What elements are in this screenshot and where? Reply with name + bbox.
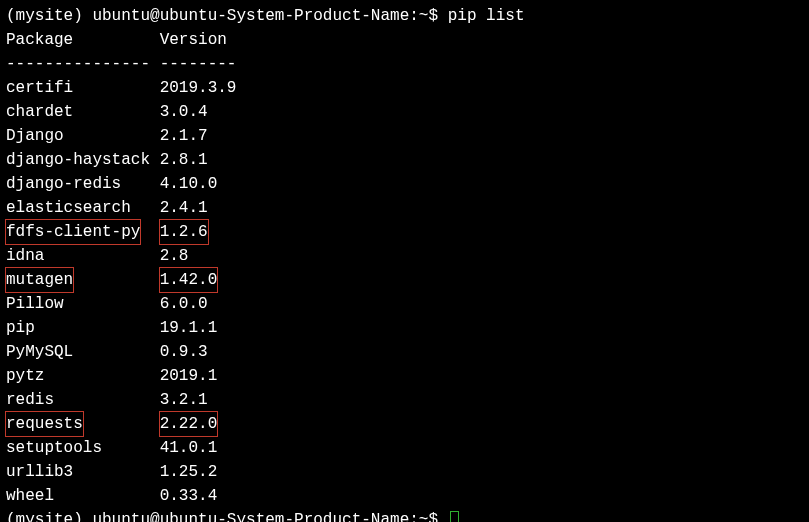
package-version: 19.1.1 [160,319,218,337]
package-row: setuptools 41.0.1 [6,436,803,460]
package-name: urllib3 [6,463,150,481]
prompt-command-line: (mysite) ubuntu@ubuntu-System-Product-Na… [6,4,803,28]
package-version: 41.0.1 [160,439,218,457]
package-row: idna 2.8 [6,244,803,268]
package-version: 2.1.7 [160,127,208,145]
package-version: 2.22.0 [159,411,219,437]
package-name: fdfs-client-py [5,219,141,245]
package-version: 1.2.6 [159,219,209,245]
package-name: pytz [6,367,150,385]
package-row: django-haystack 2.8.1 [6,148,803,172]
package-row: pytz 2019.1 [6,364,803,388]
package-version: 1.42.0 [159,267,219,293]
package-name: wheel [6,487,150,505]
sep-package: --------------- [6,55,150,73]
prompt-text: (mysite) ubuntu@ubuntu-System-Product-Na… [6,511,448,522]
header-package: Package [6,31,150,49]
package-name: django-redis [6,175,150,193]
package-version: 4.10.0 [160,175,218,193]
package-name: pip [6,319,150,337]
package-version: 2019.3.9 [160,79,237,97]
package-row: wheel 0.33.4 [6,484,803,508]
package-row: chardet 3.0.4 [6,100,803,124]
package-row: PyMySQL 0.9.3 [6,340,803,364]
package-name: setuptools [6,439,150,457]
package-name: certifi [6,79,150,97]
header-row: Package Version [6,28,803,52]
package-row: redis 3.2.1 [6,388,803,412]
package-row: Django 2.1.7 [6,124,803,148]
package-name: django-haystack [6,151,150,169]
package-version: 3.2.1 [160,391,208,409]
package-row: mutagen 1.42.0 [6,268,803,292]
package-version: 3.0.4 [160,103,208,121]
package-list: certifi 2019.3.9chardet 3.0.4Django 2.1.… [6,76,803,508]
prompt-ready-line[interactable]: (mysite) ubuntu@ubuntu-System-Product-Na… [6,508,803,522]
package-version: 2.4.1 [160,199,208,217]
package-version: 0.33.4 [160,487,218,505]
package-version: 0.9.3 [160,343,208,361]
package-name: PyMySQL [6,343,150,361]
package-version: 6.0.0 [160,295,208,313]
package-name: redis [6,391,150,409]
package-name: idna [6,247,150,265]
separator-row: --------------- -------- [6,52,803,76]
package-row: certifi 2019.3.9 [6,76,803,100]
package-name: Pillow [6,295,150,313]
package-row: pip 19.1.1 [6,316,803,340]
package-version: 2.8.1 [160,151,208,169]
package-version: 2019.1 [160,367,218,385]
package-name: mutagen [5,267,74,293]
package-row: django-redis 4.10.0 [6,172,803,196]
package-name: requests [5,411,84,437]
package-version: 2.8 [160,247,189,265]
package-version: 1.25.2 [160,463,218,481]
package-name: Django [6,127,150,145]
package-row: urllib3 1.25.2 [6,460,803,484]
header-version: Version [160,31,227,49]
package-row: requests 2.22.0 [6,412,803,436]
package-row: elasticsearch 2.4.1 [6,196,803,220]
sep-version: -------- [160,55,237,73]
package-row: Pillow 6.0.0 [6,292,803,316]
package-row: fdfs-client-py 1.2.6 [6,220,803,244]
cursor-icon [450,511,459,522]
package-name: elasticsearch [6,199,150,217]
package-name: chardet [6,103,150,121]
